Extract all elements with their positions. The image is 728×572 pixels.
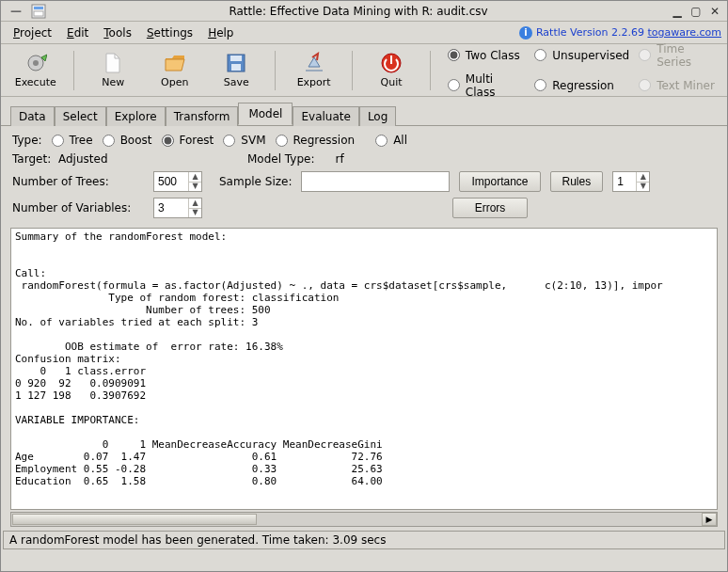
export-button[interactable]: Export [285,47,342,94]
tab-select[interactable]: Select [55,106,106,126]
info-icon: i [519,26,532,40]
svg-rect-1 [34,7,43,9]
window-menu-icon[interactable]: — [7,5,25,18]
menu-tools[interactable]: Tools [97,24,138,42]
version-link[interactable]: togaware.com [647,26,721,39]
tab-explore[interactable]: Explore [106,106,166,126]
app-icon [31,4,46,19]
menu-settings[interactable]: Settings [140,24,199,42]
num-vars-label: Number of Variables: [12,201,144,214]
tab-transform[interactable]: Transform [166,106,239,126]
menu-edit[interactable]: Edit [60,24,95,42]
horizontal-scrollbar[interactable]: ▶ [10,512,718,527]
menu-project[interactable]: Project [7,24,58,42]
svg-point-4 [33,60,39,66]
titlebar: — Rattle: Effective Data Mining with R: … [1,1,727,22]
save-button[interactable]: Save [207,47,264,94]
separator [73,51,74,90]
type-label: Type: [12,134,42,147]
save-label: Save [224,76,249,88]
tab-data[interactable]: Data [10,106,55,126]
radio-time-series: Time Series [639,42,721,69]
num-trees-spinner[interactable]: ▲▼ [153,171,202,192]
version-text: Rattle Version 2.2.69 [536,26,648,39]
execute-button[interactable]: Execute [7,47,64,94]
spin-up-icon[interactable]: ▲ [637,172,649,183]
num-vars-input[interactable] [154,199,188,217]
radio-unsupervised[interactable]: Unsupervised [534,42,629,69]
radio-multi-class[interactable]: Multi Class [448,72,525,99]
close-button[interactable]: ✕ [708,5,721,18]
num-trees-label: Number of Trees: [12,175,144,188]
importance-button[interactable]: Importance [459,171,540,192]
radio-regression[interactable]: Regression [534,72,629,99]
model-type-svm[interactable]: SVM [223,134,265,147]
tab-evaluate[interactable]: Evaluate [293,106,358,126]
rules-spinner[interactable]: ▲▼ [612,171,650,192]
spin-down-icon[interactable]: ▼ [637,183,649,192]
num-trees-input[interactable] [154,172,188,191]
export-label: Export [297,76,331,88]
svg-rect-2 [34,11,43,16]
maximize-button[interactable]: ▢ [689,5,703,18]
menubar: Project Edit Tools Settings Help i Rattl… [1,22,727,44]
rules-button[interactable]: Rules [550,171,604,192]
open-icon [164,52,186,74]
model-type-boost[interactable]: Boost [103,134,152,147]
quit-icon [380,52,403,74]
model-type-static-label: Model Type: [247,152,314,166]
new-label: New [102,76,124,88]
minimize-button[interactable]: ▁ [671,5,684,18]
model-panel: Type: Tree Boost Forest SVM Regression A… [1,126,727,228]
tab-model[interactable]: Model [238,103,293,125]
quit-button[interactable]: Quit [362,47,419,94]
spin-up-icon[interactable]: ▲ [189,199,201,209]
task-radio-group: Two Class Unsupervised Time Series Multi… [448,42,721,99]
tab-log[interactable]: Log [359,106,396,126]
execute-label: Execute [15,76,56,88]
errors-button[interactable]: Errors [452,198,528,218]
tab-strip: Data Select Explore Transform Model Eval… [1,97,727,126]
status-bar: A randomForest model has been generated.… [3,531,725,549]
svg-rect-10 [390,56,392,64]
model-type-tree[interactable]: Tree [52,134,93,147]
save-icon [225,52,247,74]
radio-text-miner: Text Miner [639,72,721,99]
model-type-forest[interactable]: Forest [162,134,214,147]
num-vars-spinner[interactable]: ▲▼ [153,198,202,218]
rules-input[interactable] [613,172,636,191]
toolbar: Execute New Open Save Export Quit Two Cl… [1,44,727,97]
separator [275,51,276,90]
window-title: Rattle: Effective Data Mining with R: au… [52,5,665,18]
target-label: Target: [12,152,51,166]
quit-label: Quit [381,76,403,88]
scrollbar-thumb[interactable] [12,514,257,525]
status-text: A randomForest model has been generated.… [9,533,386,547]
spin-down-icon[interactable]: ▼ [189,209,201,218]
model-output[interactable]: Summary of the randomForest model: Call:… [10,228,718,510]
gear-run-icon [24,52,47,74]
separator [430,51,431,90]
new-icon [102,52,124,74]
spin-up-icon[interactable]: ▲ [189,172,201,183]
new-button[interactable]: New [84,47,141,94]
menu-help[interactable]: Help [201,24,240,42]
sample-size-input[interactable] [301,171,450,192]
scroll-right-icon[interactable]: ▶ [702,513,717,526]
model-type-regression[interactable]: Regression [276,134,356,147]
model-type-static-value: rf [335,152,343,166]
sample-size-label: Sample Size: [219,175,292,188]
open-label: Open [161,76,188,88]
open-button[interactable]: Open [146,47,203,94]
version-info: i Rattle Version 2.2.69 togaware.com [519,26,721,40]
export-icon [303,52,325,74]
radio-two-class[interactable]: Two Class [448,42,525,69]
spin-down-icon[interactable]: ▼ [189,183,201,192]
target-value: Adjusted [58,152,108,166]
svg-rect-8 [231,64,241,71]
model-type-all[interactable]: All [375,134,407,147]
svg-rect-7 [230,56,242,61]
separator [352,51,353,90]
